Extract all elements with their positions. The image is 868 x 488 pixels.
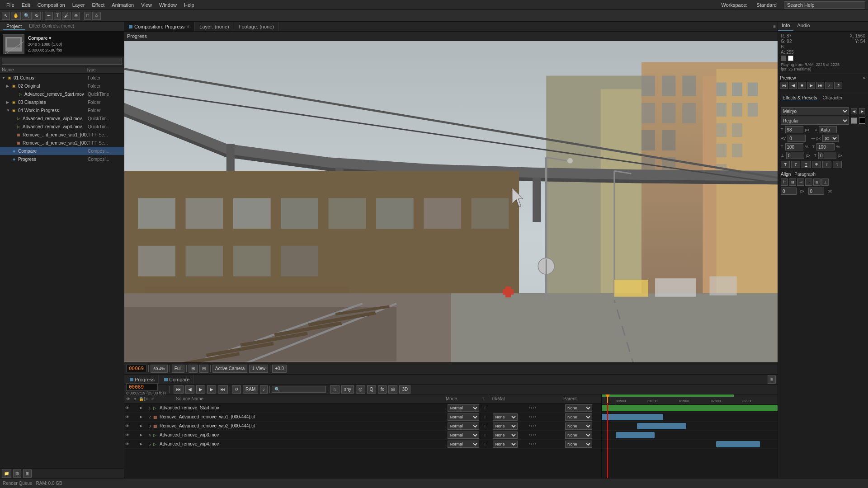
new-folder-btn[interactable]: 📁 <box>2 469 11 478</box>
expand-03cleanplate[interactable]: ▶ <box>6 100 11 104</box>
menu-layer[interactable]: Layer <box>69 2 89 8</box>
mode-select-1[interactable]: Normal <box>448 404 479 412</box>
style-select[interactable]: Regular <box>781 117 849 125</box>
tl-tab-progress[interactable]: Progress <box>126 375 159 384</box>
tl-frame-back[interactable]: ◀ <box>185 385 194 394</box>
tab-project[interactable]: Project <box>3 23 25 30</box>
prev-last[interactable]: ⏭ <box>816 82 824 89</box>
prev-loop[interactable]: ↺ <box>834 82 842 89</box>
viewer-exposure-btn[interactable]: +0.0 <box>272 365 287 373</box>
subscript-btn[interactable]: T <box>833 161 842 168</box>
tl-fx-btn[interactable]: fx <box>378 385 387 394</box>
viewer-fit-btn[interactable]: 60.4% <box>151 365 168 373</box>
tl-audio-btn[interactable]: ♪ <box>260 385 268 394</box>
font-prev-btn[interactable]: ◀ <box>851 108 857 114</box>
menu-view[interactable]: View <box>137 2 156 8</box>
tl-menu-btn[interactable]: ≡ <box>768 375 776 384</box>
menu-edit[interactable]: Edit <box>18 2 34 8</box>
align-top[interactable]: ⊤ <box>805 178 812 186</box>
parent-4[interactable]: None <box>565 432 601 439</box>
parent-select-4[interactable]: None <box>565 432 592 439</box>
bold-btn[interactable]: T <box>781 161 790 168</box>
tab-effect-controls[interactable]: Effect Controls: (none) <box>25 23 78 30</box>
menu-animation[interactable]: Animation <box>108 2 137 8</box>
track-bar-3[interactable] <box>637 423 686 429</box>
toolbar-rotate-tool[interactable]: ↻ <box>33 12 41 20</box>
timeline-playhead-marker[interactable] <box>607 394 608 403</box>
toolbar-brush-tool[interactable]: 🖌 <box>62 12 71 20</box>
superscript-btn[interactable]: T <box>822 161 831 168</box>
prev-back[interactable]: ◀ <box>789 82 797 89</box>
track-bar-1[interactable] <box>602 405 778 411</box>
expand-2[interactable]: ▶ <box>140 415 146 419</box>
char-color-swatch[interactable] <box>851 117 857 124</box>
viewer-tab-footage[interactable]: Footage: (none) <box>234 22 279 31</box>
align-input-1[interactable]: 0 <box>781 188 797 195</box>
expand-04wip[interactable]: ▼ <box>6 108 11 113</box>
render-queue-label[interactable]: Render Queue <box>3 481 33 486</box>
viewer-toggle-transparency[interactable]: ⊞ <box>189 365 198 373</box>
project-item-02original[interactable]: ▶ ▣ 02 Original Folder <box>0 82 124 90</box>
tracking-input[interactable] <box>788 135 806 142</box>
trkmat-select-2[interactable]: None <box>493 413 518 421</box>
project-search-input[interactable] <box>2 58 122 65</box>
mode-4[interactable]: Normal <box>448 432 484 439</box>
expand-3[interactable]: ▶ <box>140 424 146 428</box>
tl-tab-compare[interactable]: Compare <box>160 375 193 384</box>
toolbar-pen-tool[interactable]: ✒ <box>45 12 53 20</box>
viewer-tab-menu[interactable]: ≡ <box>773 24 778 29</box>
mode-select-2[interactable]: Normal <box>448 413 479 421</box>
project-item-tif2[interactable]: ▶ ▦ Remove_...d_remove_wip2_[000-444].ti… <box>0 139 124 147</box>
fg-color-swatch[interactable] <box>781 56 786 61</box>
parent-2[interactable]: None <box>565 413 601 421</box>
expand-1[interactable]: ▶ <box>140 406 146 410</box>
project-item-progress[interactable]: ▶ ◈ Progress Composi... <box>0 155 124 163</box>
eye-5[interactable]: 👁 <box>124 442 131 446</box>
toolbar-clone-tool[interactable]: ⊕ <box>72 12 80 20</box>
parent-3[interactable]: None <box>565 422 601 430</box>
active-camera-btn[interactable]: Active Camera <box>212 365 248 373</box>
track-bar-4[interactable] <box>616 432 655 438</box>
mode-3[interactable]: Normal <box>448 422 484 430</box>
track-bar-2[interactable] <box>602 414 663 420</box>
timecode-display[interactable]: 00069 <box>126 383 158 391</box>
tab-audio[interactable]: Audio <box>793 22 813 31</box>
tl-quality-btn[interactable]: Q <box>367 385 376 394</box>
italic-btn[interactable]: T <box>791 161 800 168</box>
eye-2[interactable]: 👁 <box>124 415 131 419</box>
parent-select-3[interactable]: None <box>565 422 592 430</box>
expand-4[interactable]: ▶ <box>140 433 146 437</box>
paragraph-tab[interactable]: Paragraph <box>794 172 816 177</box>
tl-collapse-btn[interactable]: ◎ <box>356 385 365 394</box>
menu-effect[interactable]: Effect <box>88 2 108 8</box>
menu-composition[interactable]: Composition <box>34 2 69 8</box>
tsume-input[interactable] <box>818 152 836 159</box>
tab-info[interactable]: Info <box>778 22 793 31</box>
eye-1[interactable]: 👁 <box>124 406 131 410</box>
scale-v-input[interactable] <box>816 143 835 150</box>
project-item-03cleanplate[interactable]: ▶ ▣ 03 Cleanplate Folder <box>0 98 124 106</box>
tl-frame-fwd[interactable]: ▶ <box>207 385 216 394</box>
toolbar-puppet-tool[interactable]: ☆ <box>92 12 101 20</box>
tl-fb-btn[interactable]: ⊞ <box>388 385 397 394</box>
expand-5[interactable]: ▶ <box>140 442 146 446</box>
parent-5[interactable]: None <box>565 441 601 448</box>
layer-row-1[interactable]: 👁 ▶ 1 ▷ Advanced_remove_Start.mov Normal <box>124 404 601 413</box>
parent-select-1[interactable]: None <box>565 404 592 412</box>
char-stroke-swatch[interactable] <box>859 117 865 124</box>
toolbar-arrow-tool[interactable]: ↖ <box>2 12 10 20</box>
parent-1[interactable]: None <box>565 404 601 412</box>
project-item-wip3[interactable]: ▶ ▷ Advanced_remove_wip3.mov QuickTim.. <box>0 114 124 122</box>
layer-row-5[interactable]: 👁 ▶ 5 ▷ Advanced_remove_wip4.mov Normal <box>124 440 601 449</box>
align-center-h[interactable]: ⊟ <box>789 178 796 186</box>
track-bar-5[interactable] <box>716 441 760 447</box>
align-input-2[interactable]: 0 <box>808 188 824 195</box>
expand-02original[interactable]: ▶ <box>6 84 11 88</box>
mode-1[interactable]: Normal <box>448 404 484 412</box>
layer-row-2[interactable]: 👁 ▶ 2 ▦ Remove_Advanced_remove_wip1_[000… <box>124 413 601 422</box>
trkmat-select-3[interactable]: None <box>493 422 518 430</box>
font-select[interactable]: Meiryo <box>781 107 849 115</box>
align-right[interactable]: ⊣ <box>797 178 804 186</box>
toolbar-shape-tool[interactable]: □ <box>84 12 91 20</box>
layer-row-4[interactable]: 👁 ▶ 4 ▷ Advanced_remove_wip3.mov Normal <box>124 431 601 440</box>
